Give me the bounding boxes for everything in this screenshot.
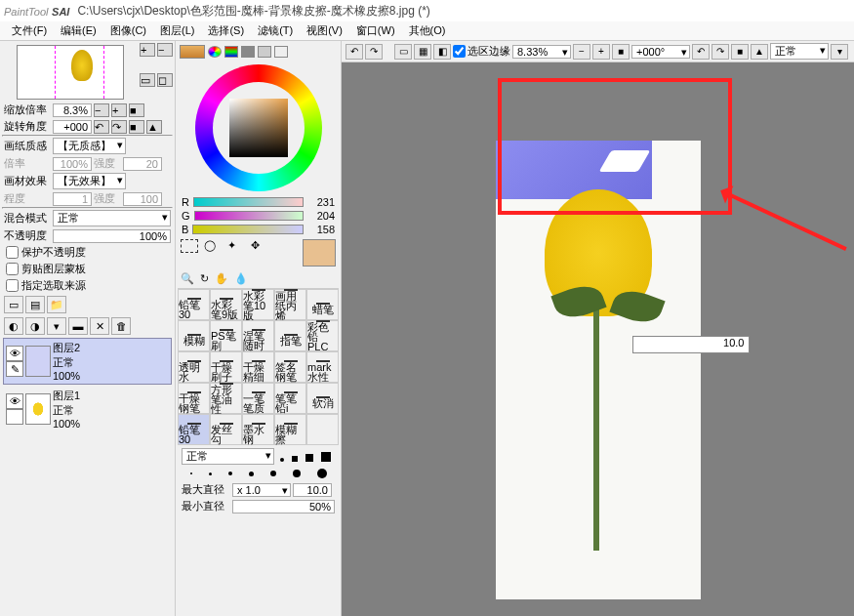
menu-view[interactable]: 视图(V)	[301, 21, 348, 40]
palette-icon[interactable]	[258, 46, 271, 58]
menu-select[interactable]: 选择(S)	[202, 21, 250, 40]
brush-preset[interactable]: 铅笔30	[178, 414, 210, 445]
brush-blend-select[interactable]: 正常	[182, 448, 274, 465]
new-layer-icon[interactable]: ▭	[4, 296, 23, 313]
canvas-zoom-out[interactable]: −	[573, 44, 590, 60]
paper-texture-select[interactable]: 【无质感】	[53, 138, 126, 154]
new-linework-icon[interactable]: ▤	[25, 296, 45, 313]
brush-preset[interactable]: 模糊	[178, 320, 210, 351]
brush-preset[interactable]: 发丝勾	[210, 414, 242, 445]
size-multiplier[interactable]: x 1.0	[232, 483, 291, 497]
menu-filter[interactable]: 滤镜(T)	[252, 21, 299, 40]
lasso-icon[interactable]: ◯	[204, 239, 222, 253]
max-size-value[interactable]: 10.0	[293, 483, 332, 497]
menu-other[interactable]: 其他(O)	[403, 21, 452, 40]
mask-icon[interactable]: ◐	[4, 317, 23, 335]
merge-down-icon[interactable]: ▾	[47, 317, 66, 335]
brush-preset[interactable]: 笔笔铅i	[274, 383, 306, 414]
visibility-icon[interactable]: 👁	[6, 393, 23, 409]
invert-icon[interactable]: ▦	[414, 44, 431, 60]
deselect-icon[interactable]: ▭	[394, 44, 412, 60]
zoom-plus-button[interactable]: +	[111, 103, 127, 117]
protect-opacity-checkbox[interactable]	[6, 246, 19, 259]
canvas-rotate-ccw[interactable]: ↶	[692, 44, 710, 60]
color-swatch[interactable]	[180, 45, 205, 59]
g-value[interactable]: 204	[307, 210, 335, 222]
zoom-fit-icon[interactable]: ▭	[140, 73, 155, 87]
rotate-icon[interactable]: ↻	[200, 272, 209, 285]
magic-wand-icon[interactable]: ✦	[227, 239, 245, 253]
brush-preset[interactable]: 指笔	[274, 320, 306, 351]
brush-preset[interactable]: mark水性	[306, 351, 339, 383]
brush-preset[interactable]: 墨水钢	[242, 414, 274, 445]
b-slider[interactable]	[192, 225, 304, 234]
canvas-rotate-reset[interactable]: ■	[731, 44, 749, 60]
canvas-zoom-in[interactable]: +	[592, 44, 610, 60]
stabilizer-select[interactable]: 正常	[770, 43, 829, 60]
blend-mode-select[interactable]: 正常	[53, 210, 171, 226]
brush-preset[interactable]: 彩色铅PLC	[306, 320, 339, 351]
brush-preset[interactable]: 蜡笔	[306, 289, 339, 320]
menu-image[interactable]: 图像(C)	[104, 21, 152, 40]
eyedropper-icon[interactable]: 💧	[234, 272, 248, 285]
canvas-zoom-select[interactable]: 8.33%	[512, 45, 571, 59]
color-square[interactable]	[229, 99, 288, 157]
visibility-icon[interactable]: 👁	[6, 346, 23, 361]
brush-preset[interactable]: 方形笔油性	[210, 383, 242, 414]
flatten-icon[interactable]: ▬	[68, 317, 88, 335]
canvas-angle-select[interactable]: +000°	[631, 45, 690, 59]
edit-icon[interactable]: ✎	[6, 361, 23, 377]
viewport[interactable]: 10.0	[342, 62, 854, 616]
rotate-cw-button[interactable]: ↷	[111, 120, 127, 134]
zoom-icon[interactable]: 🔍	[181, 272, 194, 285]
brush-preset[interactable]: 涅笔随时	[242, 320, 274, 351]
selection-edge-checkbox[interactable]	[453, 45, 466, 58]
zoom-minus-button[interactable]: −	[94, 103, 109, 117]
zoom-out-icon[interactable]: −	[157, 43, 173, 57]
brush-preset[interactable]: 一笔笔质	[242, 383, 274, 414]
navigator-thumb[interactable]	[17, 45, 124, 100]
rect-select-icon[interactable]	[181, 239, 198, 253]
zoom-reset-button[interactable]: ■	[129, 103, 144, 117]
colorwheel-icon[interactable]	[208, 46, 222, 58]
min-size-value[interactable]: 50%	[232, 500, 335, 513]
layer-item-1[interactable]: 👁 图层1正常100%	[3, 386, 172, 432]
layer-item-2[interactable]: 👁✎ 图层2正常100%	[3, 338, 172, 385]
selection-source-checkbox[interactable]	[6, 279, 19, 292]
apply-mask-icon[interactable]: ◑	[25, 317, 45, 335]
menu-edit[interactable]: 编辑(E)	[55, 21, 102, 40]
b-value[interactable]: 158	[307, 224, 335, 235]
brush-preset[interactable]: 干燥刷子	[210, 351, 242, 383]
redo-icon[interactable]: ↷	[365, 44, 383, 60]
brush-preset[interactable]: 水彩笔10版	[242, 289, 274, 320]
material-effect-select[interactable]: 【无效果】	[53, 173, 126, 189]
r-slider[interactable]	[193, 197, 304, 207]
zoom-value[interactable]: 8.3%	[53, 103, 92, 117]
menu-file[interactable]: 文件(F)	[6, 21, 53, 40]
flip-button[interactable]: ▲	[146, 120, 162, 134]
canvas-rotate-cw[interactable]: ↷	[712, 44, 729, 60]
brush-shape-row[interactable]	[276, 452, 335, 462]
clear-icon[interactable]: ✕	[90, 317, 109, 335]
zoom-actual-icon[interactable]: ◻	[157, 73, 173, 87]
move-icon[interactable]: ✥	[251, 239, 268, 253]
stabilizer-dropdown-icon[interactable]: ▾	[831, 44, 848, 60]
brush-preset[interactable]: 签名钢笔	[274, 351, 306, 383]
brush-preset[interactable]: PS笔刷	[210, 320, 242, 351]
show-sel-icon[interactable]: ◧	[433, 44, 451, 60]
brush-preset[interactable]: 干燥钢笔	[178, 383, 210, 414]
rotate-reset-button[interactable]: ■	[129, 120, 144, 134]
rotate-value[interactable]: +000	[53, 120, 92, 134]
edit-icon[interactable]	[6, 409, 23, 425]
rgb-icon[interactable]	[224, 46, 238, 58]
hand-icon[interactable]: ✋	[215, 272, 228, 285]
g-slider[interactable]	[194, 211, 304, 221]
rotate-ccw-button[interactable]: ↶	[94, 120, 109, 134]
brush-preset[interactable]: 模糊擦	[274, 414, 306, 445]
brush-preset[interactable]: 铅笔30	[178, 289, 210, 320]
brush-empty[interactable]	[306, 414, 339, 445]
zoom-in-icon[interactable]: +	[140, 43, 155, 57]
canvas-zoom-reset[interactable]: ■	[612, 44, 630, 60]
new-folder-icon[interactable]: 📁	[47, 296, 66, 313]
size-dots[interactable]	[182, 467, 335, 480]
